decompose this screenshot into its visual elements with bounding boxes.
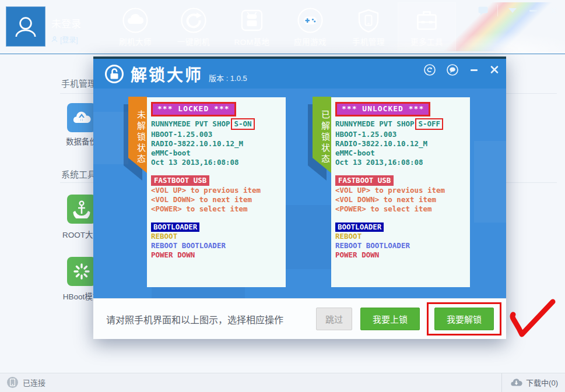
nav-item-rom-base[interactable]: ROM基地	[223, 2, 281, 53]
tile-data-backup[interactable]	[67, 103, 96, 132]
boot-menu-reboot-bootloader: REBOOT BOOTLOADER	[151, 241, 286, 250]
cloud-icon	[122, 7, 149, 34]
boot-info-line: HBOOT-1.25.003	[335, 130, 470, 139]
briefcase-icon	[413, 7, 440, 34]
boot-info-line: Oct 13 2013,16:08:08	[335, 158, 470, 167]
android-icon	[238, 7, 265, 34]
s-on-flag: S-ON	[231, 118, 254, 130]
nav-item-more-tools[interactable]: 更多工具	[398, 2, 456, 53]
window-controls: ×	[477, 4, 559, 17]
separator	[497, 5, 498, 16]
person-icon	[51, 36, 58, 43]
avatar[interactable]	[6, 6, 45, 47]
s-off-flag: S-OFF	[415, 118, 443, 130]
boot-menu-bootloader: BOOTLOADER	[335, 223, 384, 232]
connection-status: 已连接	[7, 377, 45, 388]
close-button[interactable]: ×	[548, 5, 559, 16]
tile-root-master[interactable]	[67, 195, 96, 224]
nav-item-apps-games[interactable]: 应用游戏	[281, 2, 339, 53]
unlock-dialog: 解锁大师 版本 : 1.0.5	[93, 56, 506, 339]
chat-feedback-icon[interactable]	[447, 64, 458, 76]
anchor-icon	[73, 200, 90, 218]
boot-info-line: HBOOT-1.25.003	[151, 130, 286, 139]
boot-help-line: <POWER> to select item	[335, 204, 470, 214]
instruction-hint: 请对照手机界面和以上图示，选择相应操作	[106, 312, 283, 326]
username-label: 未登录	[51, 16, 81, 30]
download-status[interactable]: 下载中(0)	[510, 377, 558, 388]
dialog-title: 解锁大师	[131, 62, 203, 86]
phone-icon	[7, 377, 18, 388]
boot-menu-reboot: REBOOT	[151, 232, 286, 241]
boot-help-line: <VOL UP> to previous item	[335, 186, 470, 195]
weibo-share-icon[interactable]	[424, 64, 436, 76]
boot-help-line: <POWER> to select item	[151, 204, 286, 214]
unlocked-banner: *** UNLOCKED ***	[335, 102, 430, 116]
dialog-version: 版本 : 1.0.5	[209, 72, 247, 83]
minimize-button[interactable]	[527, 5, 539, 16]
boot-menu-reboot: REBOOT	[335, 232, 470, 241]
nav-item-one-key-flash[interactable]: 一键刷机	[164, 2, 223, 53]
boot-menu-bootloader: BOOTLOADER	[151, 223, 199, 232]
connection-label: 已连接	[23, 377, 45, 388]
tile-hboot-mode[interactable]	[67, 257, 96, 286]
status-bar: 已连接 下载中(0)	[0, 373, 565, 392]
dialog-footer: 请对照手机界面和以上图示，选择相应操作 跳过 我要上锁 我要解锁	[93, 298, 506, 339]
unlock-logo-icon	[104, 63, 125, 84]
skip-button[interactable]: 跳过	[316, 308, 352, 330]
nav-item-phone-manage[interactable]: 手机管理	[339, 2, 398, 53]
boot-info-line: RADIO-3822.10.10.12_M	[151, 139, 286, 149]
lock-button[interactable]: 我要上锁	[360, 308, 420, 330]
nav-item-flash-master[interactable]: 刷机大师	[106, 2, 164, 53]
spinner-icon	[73, 263, 90, 280]
fastboot-banner: FASTBOOT USB	[151, 175, 209, 186]
boot-info-line: eMMC-boot	[151, 149, 286, 158]
feedback-icon[interactable]	[477, 5, 489, 16]
dialog-header: 解锁大师 版本 : 1.0.5	[93, 59, 506, 89]
shield-phone-icon	[355, 7, 382, 34]
boot-help-line: <VOL DOWN> to next item	[335, 195, 470, 204]
skin-menu-icon[interactable]	[507, 5, 518, 16]
unlocked-bootloader-screen: *** UNLOCKED *** RUNNYMEDE PVT SHOPS-OFF…	[331, 97, 470, 287]
dialog-close-button[interactable]	[490, 64, 499, 76]
section-title-phone-manage: 手机管理	[61, 77, 96, 89]
boot-info-line: Oct 13 2013,16:08:08	[151, 158, 286, 167]
refresh-icon	[180, 7, 207, 34]
device-line: RUNNYMEDE PVT SHOP	[151, 119, 230, 128]
unlock-button[interactable]: 我要解锁	[434, 308, 494, 330]
login-link[interactable]: [登录]	[51, 34, 81, 44]
boot-menu-power-down: POWER DOWN	[151, 250, 286, 260]
device-line: RUNNYMEDE PVT SHOP	[335, 119, 414, 128]
gamepad-icon	[297, 7, 324, 34]
locked-bootloader-screen: *** LOCKED *** RUNNYMEDE PVT SHOPS-ON HB…	[147, 97, 286, 287]
cloud-download-icon	[510, 378, 522, 387]
cloud-upload-icon	[72, 110, 91, 125]
login-label: [登录]	[60, 34, 78, 44]
dialog-controls	[424, 64, 499, 76]
statusbar-divider	[501, 373, 502, 392]
boot-help-line: <VOL UP> to previous item	[151, 186, 286, 195]
dialog-body: 未解锁状态 *** LOCKED *** RUNNYMEDE PVT SHOPS…	[93, 89, 506, 298]
locked-banner: *** LOCKED ***	[151, 102, 236, 116]
boot-menu-power-down: POWER DOWN	[335, 250, 470, 260]
dialog-minimize-button[interactable]	[469, 64, 479, 76]
boot-info-line: RADIO-3822.10.10.12_M	[335, 139, 470, 149]
red-annotation-box: 我要解锁	[427, 302, 501, 336]
section-title-system-tools: 系统工具	[61, 168, 96, 180]
user-avatar-icon	[9, 10, 43, 44]
boot-help-line: <VOL DOWN> to next item	[151, 195, 286, 204]
boot-menu-reboot-bootloader: REBOOT BOOTLOADER	[335, 241, 470, 250]
boot-info-line: eMMC-boot	[335, 149, 470, 158]
download-label: 下载中(0)	[526, 377, 558, 388]
red-checkmark-annotation	[506, 284, 564, 351]
top-banner: 未登录 [登录] 刷机大师	[0, 0, 565, 54]
main-nav: 刷机大师 一键刷机	[106, 2, 456, 53]
fastboot-banner: FASTBOOT USB	[335, 175, 394, 186]
